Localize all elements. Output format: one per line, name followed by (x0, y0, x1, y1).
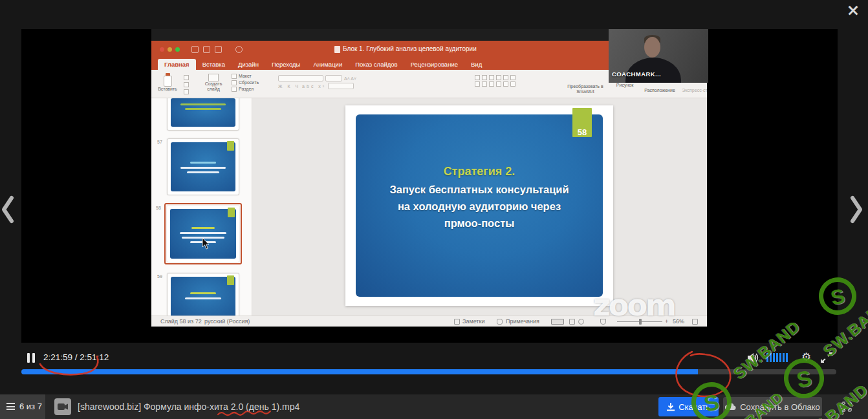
status-slide-counter: Слайд 58 из 72 (160, 318, 202, 325)
slide-sorter-icon (569, 319, 575, 325)
cut-icon (184, 75, 189, 80)
slide-text-line: прмоо-посты (356, 215, 603, 231)
fit-slide-icon (692, 319, 698, 325)
slide-number-badge: 58 (572, 108, 592, 137)
slide-editor-area: Стратегия 2. Запуск бесплатных консульта… (253, 98, 707, 316)
playlist-counter: 6 из 7 (19, 402, 42, 411)
paste-label: Вставить (157, 87, 179, 92)
font-name-box (278, 75, 323, 81)
font-size-box (325, 75, 342, 81)
current-filename: [sharewood.biz] Формула инфо-хита 2.0 (д… (78, 402, 299, 412)
mac-minimize-dot (168, 47, 172, 52)
progress-fill (21, 369, 698, 374)
section-icon (232, 87, 237, 92)
time-display: 2:21:59 / 2:51:12 (43, 352, 109, 362)
reset-label: Сбросить (239, 80, 259, 85)
ppt-doc-icon (334, 46, 340, 53)
thumbnail-slide-56 (167, 98, 239, 131)
download-button[interactable]: Скачать (658, 397, 719, 416)
mac-close-dot (160, 47, 164, 52)
volume-icon[interactable] (748, 352, 759, 363)
copy-icon (184, 82, 189, 87)
slide-text-line: на холодную аудиторию через (356, 198, 603, 215)
thumbnail-number: 58 (156, 206, 161, 210)
prev-item-button[interactable] (0, 193, 17, 226)
cloud-icon (725, 403, 736, 411)
zoom-watermark: zoom (593, 290, 675, 320)
print-icon (215, 46, 222, 53)
thumbnail-slide-58-selected (164, 203, 242, 264)
section-label: Раздел (239, 87, 254, 92)
footer-bar: 6 из 7 [sharewood.biz] Формула инфо-хита… (0, 394, 868, 419)
pause-button[interactable] (27, 353, 36, 363)
thumbnail-badge-icon (227, 275, 234, 285)
save-icon (191, 46, 199, 53)
thumbnail-badge-icon (227, 141, 234, 151)
download-label: Скачать (678, 402, 710, 412)
slide-background: Стратегия 2. Запуск бесплатных консульта… (356, 114, 603, 297)
slideshow-view-icon (578, 319, 584, 325)
status-language: русский (Россия) (204, 318, 250, 325)
slide-canvas: Стратегия 2. Запуск бесплатных консульта… (345, 105, 613, 306)
quick-styles-label: Экспресс-стили (680, 88, 707, 93)
download-icon (667, 403, 675, 411)
playlist-icon (6, 403, 15, 410)
undo-icon (203, 46, 210, 53)
smartart-label: Преобразовать в SmartArt (561, 84, 609, 94)
save-to-cloud-button[interactable]: Сохранить в Облако (723, 397, 822, 416)
ppt-document-title: Блок 1. Глубокий анализ целевой аудитори… (343, 45, 477, 52)
new-slide-icon (208, 74, 219, 81)
tab-home: Главная (158, 59, 196, 70)
normal-view-icon (551, 319, 564, 325)
mouse-cursor-icon (202, 238, 210, 250)
video-file-icon (54, 398, 71, 415)
next-item-button[interactable] (847, 193, 864, 226)
volume-level-bars[interactable] (766, 353, 788, 362)
arrange-label: Расположение (640, 88, 679, 93)
webcam-name-label: COACHMARK... (612, 70, 661, 78)
format-painter-icon (184, 89, 189, 94)
layout-label: Макет (239, 74, 252, 79)
slide-title: Стратегия 2. (356, 165, 603, 178)
tab-design: Дизайн (232, 59, 265, 70)
tab-view: Вид (464, 59, 488, 70)
reset-icon (232, 80, 237, 85)
mac-zoom-dot (175, 47, 180, 52)
redo-icon (235, 46, 243, 53)
progress-bar[interactable] (21, 369, 836, 374)
webcam-view: COACHMARK... (609, 29, 708, 83)
fullscreen-button[interactable] (840, 400, 853, 413)
tab-transitions: Переходы (265, 59, 307, 70)
slide-text-line: Запуск бесплатных консультаций (356, 181, 603, 198)
cloud-label: Сохранить в Облако (740, 402, 820, 412)
comments-label: Примечания (506, 318, 539, 325)
paste-clipboard-icon (164, 76, 172, 87)
new-slide-label: Создать слайд (201, 81, 226, 92)
thumbnail-slide-57 (167, 138, 239, 195)
tab-animations: Анимации (307, 59, 349, 70)
settings-gear-icon[interactable]: ⚙ (801, 350, 811, 363)
thumbnail-slide-59 (167, 273, 239, 316)
comments-icon (497, 319, 503, 325)
font-style-buttons: Ж К Ч (278, 84, 300, 89)
playlist-counter-button[interactable]: 6 из 7 (0, 394, 45, 419)
expand-icon[interactable] (821, 352, 832, 363)
tab-slideshow: Показ слайдов (349, 59, 404, 70)
notes-label: Заметки (462, 318, 484, 325)
video-screen: Блок 1. Глубокий анализ целевой аудитори… (21, 29, 838, 343)
thumbnail-number: 57 (157, 140, 162, 144)
highlight-box (328, 83, 354, 89)
tab-insert: Вставка (196, 59, 232, 70)
tab-review: Рецензирование (404, 59, 464, 70)
layout-icon (232, 74, 237, 79)
thumbnail-badge-icon (228, 208, 235, 217)
slide-thumbnail-panel: 57 58 (151, 98, 252, 316)
thumbnail-number: 59 (157, 274, 162, 279)
person-face (644, 37, 660, 58)
close-button[interactable]: × (843, 1, 863, 21)
notes-icon (454, 319, 460, 325)
ppt-main-area: 57 58 (151, 98, 707, 316)
picture-label: Рисунок (612, 83, 638, 88)
